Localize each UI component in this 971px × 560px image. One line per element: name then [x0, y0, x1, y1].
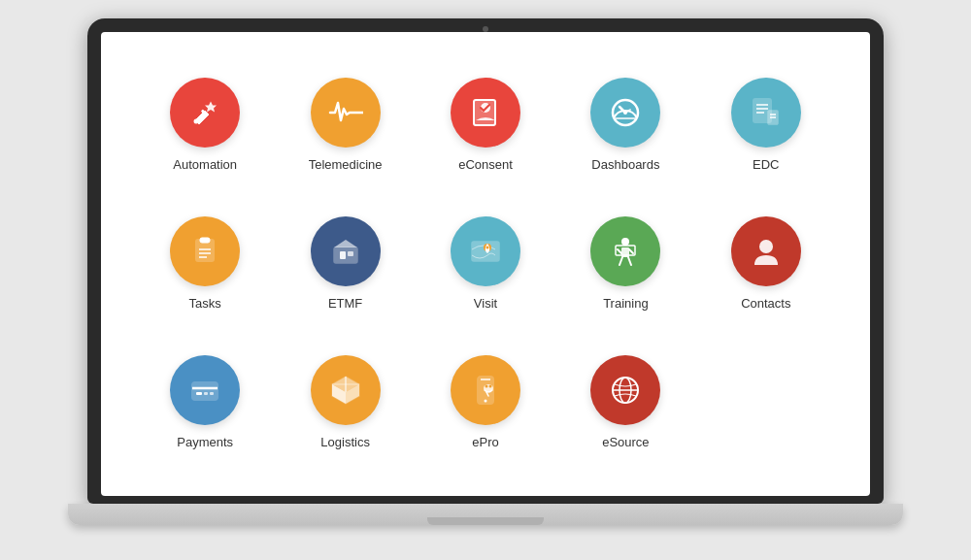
laptop-screen: Automation Telemedicine	[87, 18, 884, 504]
svg-point-27	[621, 238, 629, 246]
econsent-icon	[451, 78, 520, 148]
telemedicine-label: Telemedicine	[309, 157, 383, 172]
svg-rect-38	[204, 392, 208, 395]
visit-icon	[451, 216, 520, 286]
app-grid: Automation Telemedicine	[101, 32, 870, 496]
app-item-econsent[interactable]: eConsent	[420, 61, 551, 190]
esource-label: eSource	[602, 435, 649, 449]
app-item-contacts[interactable]: Contacts	[701, 199, 831, 328]
edc-label: EDC	[753, 157, 779, 172]
app-item-epro[interactable]: ePro	[420, 338, 551, 467]
esource-icon	[590, 355, 660, 425]
svg-point-34	[759, 240, 773, 253]
svg-line-29	[618, 249, 621, 253]
dashboards-label: Dashboards	[591, 157, 659, 172]
epro-label: ePro	[472, 435, 498, 449]
contacts-icon	[731, 216, 801, 286]
app-item-logistics[interactable]: Logistics	[280, 338, 410, 467]
svg-point-26	[486, 246, 488, 248]
edc-icon	[731, 78, 801, 148]
app-item-training[interactable]: Training	[560, 199, 690, 328]
logistics-label: Logistics	[320, 435, 370, 449]
svg-rect-35	[192, 382, 218, 400]
logistics-icon	[311, 355, 381, 425]
laptop-base	[68, 504, 903, 525]
svg-point-47	[484, 399, 486, 402]
payments-icon	[170, 355, 240, 425]
training-label: Training	[603, 296, 648, 311]
svg-rect-22	[340, 251, 346, 259]
svg-point-0	[194, 119, 199, 124]
app-item-dashboards[interactable]: Dashboards	[560, 61, 690, 190]
app-item-empty	[701, 338, 831, 467]
svg-rect-16	[200, 238, 210, 243]
payments-label: Payments	[177, 435, 233, 449]
app-item-payments[interactable]: Payments	[140, 338, 270, 467]
app-item-esource[interactable]: eSource	[560, 338, 690, 467]
svg-line-30	[629, 249, 633, 253]
app-item-automation[interactable]: Automation	[140, 61, 270, 190]
visit-label: Visit	[474, 296, 497, 311]
svg-rect-37	[196, 392, 202, 395]
app-item-telemedicine[interactable]: Telemedicine	[280, 61, 410, 190]
training-icon	[590, 216, 660, 286]
automation-icon	[170, 78, 240, 148]
svg-point-51	[488, 384, 491, 387]
app-item-edc[interactable]: EDC	[701, 61, 831, 190]
app-item-tasks[interactable]: Tasks	[140, 199, 270, 328]
app-item-visit[interactable]: Visit	[420, 199, 551, 328]
svg-point-50	[485, 384, 487, 387]
svg-line-31	[619, 257, 622, 265]
laptop-screen-inner: Automation Telemedicine	[101, 32, 870, 496]
etmf-icon	[311, 216, 381, 286]
automation-label: Automation	[173, 157, 237, 172]
contacts-label: Contacts	[741, 296, 790, 311]
tasks-label: Tasks	[189, 296, 221, 311]
econsent-label: eConsent	[458, 157, 513, 172]
tasks-icon	[170, 216, 240, 286]
dashboards-icon	[590, 78, 660, 148]
epro-icon	[451, 355, 520, 425]
svg-marker-21	[334, 240, 357, 247]
etmf-label: ETMF	[328, 296, 362, 311]
svg-rect-23	[348, 251, 353, 256]
svg-line-32	[628, 257, 631, 265]
svg-rect-39	[210, 392, 214, 395]
svg-point-6	[623, 111, 627, 115]
app-item-etmf[interactable]: ETMF	[280, 199, 410, 328]
laptop-wrapper: Automation Telemedicine	[68, 18, 903, 543]
telemedicine-icon	[311, 78, 381, 148]
